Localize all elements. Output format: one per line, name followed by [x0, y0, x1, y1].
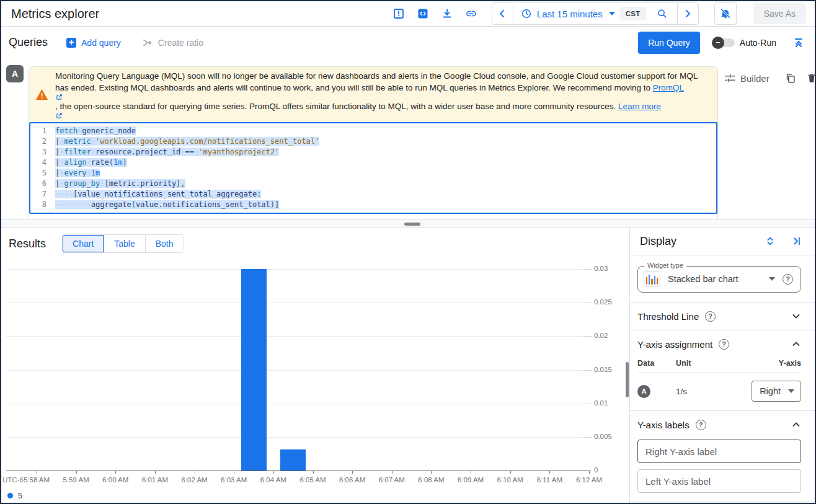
- line-number: 6: [30, 179, 55, 189]
- code-text: |·every·1m: [55, 168, 100, 179]
- code-line[interactable]: 5|·every·1m: [30, 168, 716, 179]
- x-axis-tick: [234, 471, 234, 474]
- x-axis-tick: [313, 471, 314, 474]
- y-axis-labels-section[interactable]: Y-axis labels ?: [630, 411, 815, 438]
- banner-text-part2: , the open-source standard for querying …: [55, 102, 618, 111]
- help-icon[interactable]: ?: [719, 339, 729, 350]
- mql-code-editor[interactable]: 1fetch·generic_node2|·metric·'workload.g…: [29, 122, 717, 214]
- collapse-panel-icon[interactable]: [789, 234, 804, 249]
- alerts-off-button[interactable]: [714, 2, 737, 25]
- x-axis-tick-label: 6:12 AM: [569, 476, 609, 484]
- chart-gridline: [6, 437, 590, 438]
- x-axis-tick-label: 5:59 AM: [56, 476, 96, 484]
- y-axis-assignment-label: Y-axis assignment: [637, 339, 712, 350]
- y-axis-tick-label: 0.03: [594, 265, 608, 272]
- tab-chart[interactable]: Chart: [63, 235, 104, 252]
- tab-table[interactable]: Table: [104, 235, 144, 252]
- x-axis-tick: [510, 471, 511, 474]
- y-axis-tick-label: 0.005: [594, 433, 612, 440]
- code-line[interactable]: 1fetch·generic_node: [30, 126, 716, 136]
- left-y-axis-label-input[interactable]: [637, 469, 801, 493]
- code-line[interactable]: 6|·group_by·[metric.priority],: [30, 179, 716, 189]
- x-axis-tick-label: 6:03 AM: [214, 476, 254, 484]
- expand-all-icon[interactable]: [763, 234, 778, 249]
- chevron-up-icon[interactable]: [789, 417, 804, 432]
- help-icon[interactable]: ?: [696, 420, 706, 430]
- code-view-icon[interactable]: [415, 6, 430, 21]
- collapse-section-icon[interactable]: [791, 35, 806, 50]
- queries-title: Queries: [9, 36, 48, 49]
- y-axis-tick-label: 0.025: [594, 298, 612, 306]
- time-range-selector[interactable]: Last 15 minutes CST: [513, 6, 677, 21]
- y-axis-side-select[interactable]: Right: [752, 381, 801, 402]
- chevron-down-icon: [769, 277, 775, 281]
- time-forward-button[interactable]: [677, 3, 698, 24]
- external-link-icon: [56, 94, 63, 100]
- display-title: Display: [640, 235, 676, 248]
- code-line[interactable]: 3|·filter·resource.project_id·==·'myanth…: [30, 147, 716, 157]
- x-axis-tick-label: 6:07 AM: [372, 476, 412, 484]
- time-back-button[interactable]: [492, 3, 513, 24]
- line-number: 7: [30, 189, 55, 200]
- x-axis-line: [6, 471, 590, 471]
- scrollbar-thumb[interactable]: [626, 362, 629, 397]
- code-text: ········aggregate(value.notifications_se…: [55, 200, 279, 210]
- x-axis-tick-label: 6:10 AM: [490, 476, 530, 484]
- chart-legend[interactable]: 5: [7, 491, 22, 500]
- code-line[interactable]: 4|·align·rate(1m): [30, 157, 716, 168]
- create-ratio-button[interactable]: Create ratio: [142, 37, 203, 48]
- download-icon[interactable]: [440, 6, 455, 21]
- x-axis-tick: [352, 471, 353, 474]
- delete-query-icon[interactable]: [804, 71, 816, 86]
- auto-run-toggle[interactable]: −: [714, 38, 735, 47]
- help-icon[interactable]: ?: [705, 311, 716, 322]
- pane-splitter[interactable]: [1, 219, 815, 228]
- header-actions: Last 15 minutes CST Save As: [391, 2, 806, 25]
- widget-type-select[interactable]: Widget type Stacked bar chart ?: [637, 266, 801, 293]
- code-text: |·filter·resource.project_id·==·'myantho…: [55, 147, 279, 157]
- code-line[interactable]: 8········aggregate(value.notifications_s…: [30, 200, 716, 210]
- zoom-time-icon[interactable]: [655, 6, 670, 21]
- code-text: |·align·rate(1m): [55, 157, 127, 168]
- y-axis-tick: [583, 404, 592, 404]
- learn-more-link[interactable]: Learn more: [618, 102, 661, 111]
- y-axis-assignment-section[interactable]: Y-axis assignment ?: [630, 330, 815, 358]
- timezone-chip[interactable]: CST: [620, 7, 646, 20]
- chart-gridline: [6, 336, 590, 337]
- promql-link[interactable]: PromQL: [653, 83, 684, 92]
- tab-both[interactable]: Both: [145, 235, 184, 252]
- column-unit: Unit: [676, 359, 749, 368]
- x-axis-tick-label: 6:04 AM: [254, 476, 293, 484]
- save-as-button[interactable]: Save As: [753, 3, 806, 24]
- splitter-drag-handle[interactable]: [404, 223, 420, 226]
- feedback-icon[interactable]: [391, 6, 406, 21]
- chart-bar[interactable]: [241, 269, 267, 471]
- duplicate-query-icon[interactable]: [783, 71, 798, 86]
- x-axis-timezone-label: UTC-6: [2, 476, 24, 484]
- y-axis-tick-label: 0.02: [594, 332, 608, 339]
- chevron-down-icon: [788, 389, 794, 393]
- chevron-down-icon[interactable]: [789, 309, 804, 324]
- code-line[interactable]: 7····[value_notifications_sent_total_agg…: [30, 189, 716, 200]
- chevron-up-icon[interactable]: [789, 337, 804, 351]
- assignment-table-row: A 1/s Right: [637, 373, 801, 402]
- threshold-line-section[interactable]: Threshold Line ?: [630, 303, 815, 330]
- builder-toggle-button[interactable]: Builder: [724, 73, 769, 84]
- warning-icon: [35, 89, 48, 100]
- help-icon[interactable]: ?: [783, 274, 793, 285]
- time-range-label: Last 15 minutes: [537, 9, 603, 19]
- x-axis-tick: [392, 471, 392, 474]
- add-query-button[interactable]: + Add query: [66, 38, 121, 48]
- chart-bar[interactable]: [280, 449, 306, 471]
- x-axis-tick: [549, 471, 550, 474]
- column-y-axis: Y-axis: [779, 359, 801, 368]
- share-link-icon[interactable]: [464, 6, 479, 21]
- x-axis-tick: [155, 471, 156, 474]
- code-line[interactable]: 2|·metric·'workload.googleapis.com/notif…: [30, 136, 716, 147]
- right-y-axis-label-input[interactable]: [637, 440, 801, 463]
- line-number: 2: [30, 136, 55, 147]
- y-axis-tick: [583, 437, 592, 438]
- results-header: Results Chart Table Both: [1, 228, 629, 253]
- run-query-button[interactable]: Run Query: [638, 32, 700, 54]
- banner-text-part1: Monitoring Query Language (MQL) soon wil…: [55, 71, 698, 92]
